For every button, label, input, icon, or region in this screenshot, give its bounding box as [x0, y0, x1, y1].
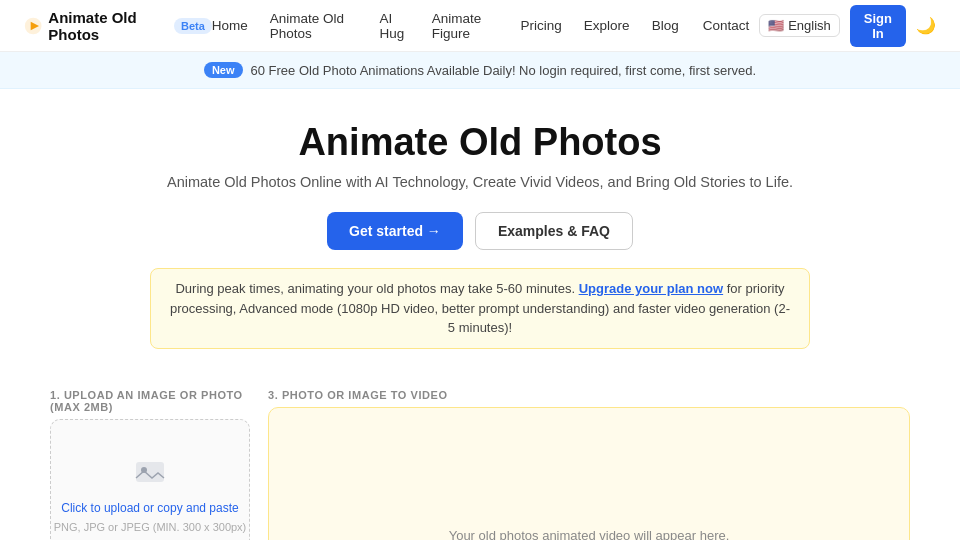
video-placeholder: Your old photos animated video will appe… [449, 528, 730, 540]
main-area: 1. UPLOAD AN IMAGE OR PHOTO (MAX 2MB) Cl… [30, 389, 930, 541]
upload-image-icon [134, 456, 166, 495]
language-label: English [788, 18, 831, 33]
upgrade-link[interactable]: Upgrade your plan now [579, 281, 723, 296]
hero-subtitle: Animate Old Photos Online with AI Techno… [20, 174, 940, 190]
right-panel: 3. PHOTO OR IMAGE TO VIDEO Your old phot… [268, 389, 910, 541]
nav-blog[interactable]: Blog [652, 18, 679, 33]
nav-pricing[interactable]: Pricing [521, 18, 562, 33]
examples-faq-button[interactable]: Examples & FAQ [475, 212, 633, 250]
nav-animate-figure[interactable]: Animate Figure [432, 11, 499, 41]
upload-label: 1. UPLOAD AN IMAGE OR PHOTO (MAX 2MB) [50, 389, 250, 413]
banner-text: 60 Free Old Photo Animations Available D… [251, 63, 757, 78]
left-panel: 1. UPLOAD AN IMAGE OR PHOTO (MAX 2MB) Cl… [50, 389, 250, 541]
video-section-label: 3. PHOTO OR IMAGE TO VIDEO [268, 389, 910, 401]
upload-format-text: PNG, JPG or JPEG (MIN. 300 x 300px) [54, 521, 247, 533]
nav-explore[interactable]: Explore [584, 18, 630, 33]
upload-section: 1. UPLOAD AN IMAGE OR PHOTO (MAX 2MB) Cl… [50, 389, 250, 541]
nav-home[interactable]: Home [212, 18, 248, 33]
nav-animate-old-photos[interactable]: Animate Old Photos [270, 11, 358, 41]
signin-button[interactable]: Sign In [850, 5, 906, 47]
theme-toggle[interactable]: 🌙 [916, 16, 936, 35]
beta-badge: Beta [174, 18, 212, 34]
upload-box[interactable]: Click to upload or copy and paste PNG, J… [50, 419, 250, 541]
upload-click-text: Click to upload or copy and paste [61, 501, 238, 515]
language-selector[interactable]: 🇺🇸 English [759, 14, 840, 37]
get-started-button[interactable]: Get started → [327, 212, 463, 250]
hero-buttons: Get started → Examples & FAQ [20, 212, 940, 250]
logo-icon [24, 15, 42, 37]
navbar: Animate Old Photos Beta Home Animate Old… [0, 0, 960, 52]
video-output-box: Your old photos animated video will appe… [268, 407, 910, 541]
upload-copy-text: or copy and paste [143, 501, 238, 515]
svg-rect-2 [136, 462, 164, 482]
nav-contact[interactable]: Contact [703, 18, 750, 33]
upload-click-link[interactable]: Click to upload [61, 501, 140, 515]
hero-title: Animate Old Photos [20, 121, 940, 164]
banner: New 60 Free Old Photo Animations Availab… [0, 52, 960, 89]
nav-right: Contact 🇺🇸 English Sign In 🌙 [703, 5, 936, 47]
notice-banner: During peak times, animating your old ph… [150, 268, 810, 349]
nav-links: Home Animate Old Photos AI Hug Animate F… [212, 11, 679, 41]
nav-ai-hug[interactable]: AI Hug [380, 11, 410, 41]
flag-icon: 🇺🇸 [768, 18, 784, 33]
hero-section: Animate Old Photos Animate Old Photos On… [0, 89, 960, 389]
logo[interactable]: Animate Old Photos Beta [24, 9, 212, 43]
notice-text: During peak times, animating your old ph… [170, 281, 790, 335]
logo-text: Animate Old Photos [48, 9, 168, 43]
banner-new-label: New [204, 62, 243, 78]
